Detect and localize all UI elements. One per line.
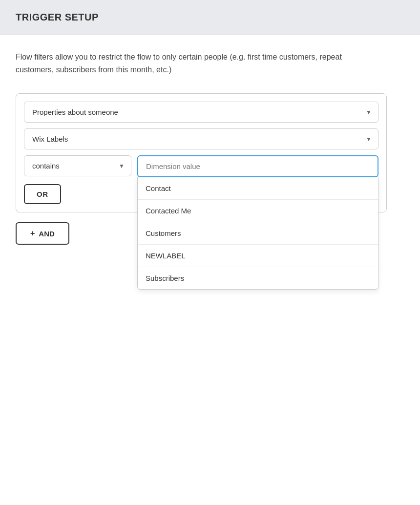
dimension-value-input[interactable] — [137, 155, 378, 177]
and-button-label: AND — [39, 230, 55, 238]
dropdown-item-contact[interactable]: Contact — [138, 177, 378, 200]
condition-dropdown[interactable]: containsdoes not containisis not — [24, 155, 131, 176]
page-container: TRIGGER SETUP Flow filters allow you to … — [0, 0, 420, 505]
condition-select-wrapper: containsdoes not containisis not ▼ — [24, 155, 131, 176]
condition-row: containsdoes not containisis not ▼ Conta… — [24, 155, 378, 177]
header-section: TRIGGER SETUP — [0, 0, 420, 35]
labels-dropdown-row: Wix Labels ▼ — [24, 128, 378, 149]
or-button[interactable]: OR — [24, 184, 61, 204]
description-text: Flow filters allow you to restrict the f… — [16, 51, 348, 76]
dimension-input-wrapper: Contact Contacted Me Customers NEWLABEL … — [137, 155, 378, 177]
labels-select-wrapper: Wix Labels ▼ — [24, 128, 378, 149]
dropdown-item-newlabel[interactable]: NEWLABEL — [138, 245, 378, 267]
properties-dropdown-row: Properties about someone ▼ — [24, 102, 378, 123]
dimension-dropdown-menu: Contact Contacted Me Customers NEWLABEL … — [137, 177, 378, 290]
filter-container: Properties about someone ▼ Wix Labels ▼ … — [16, 93, 387, 212]
dropdown-item-customers[interactable]: Customers — [138, 222, 378, 245]
plus-icon: + — [30, 229, 35, 238]
content-section: Flow filters allow you to restrict the f… — [0, 35, 420, 245]
dropdown-item-contacted-me[interactable]: Contacted Me — [138, 200, 378, 222]
properties-dropdown[interactable]: Properties about someone — [24, 102, 378, 123]
labels-dropdown[interactable]: Wix Labels — [24, 128, 378, 149]
dropdown-item-subscribers[interactable]: Subscribers — [138, 267, 378, 289]
page-title: TRIGGER SETUP — [16, 12, 404, 23]
properties-select-wrapper: Properties about someone ▼ — [24, 102, 378, 123]
and-button[interactable]: + AND — [16, 222, 69, 245]
